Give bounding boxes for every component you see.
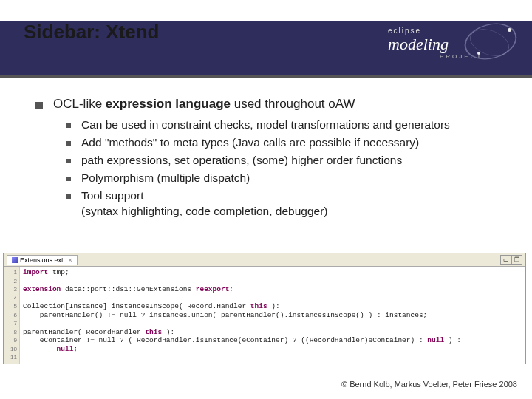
bullet-icon (66, 159, 71, 163)
main-bullet-text: OCL-like expression language used throug… (53, 97, 355, 112)
logo-sub-text: PROJECT (440, 53, 482, 60)
editor-window-controls: ▭ ❐ (500, 255, 522, 265)
slide-header: Sidebar: Xtend eclipse modeling PROJECT (0, 0, 532, 78)
maximize-button[interactable]: ❐ (511, 255, 522, 265)
minimize-button[interactable]: ▭ (500, 255, 511, 265)
slide-footer: © Bernd Kolb, Markus Voelter, Peter Frie… (341, 380, 517, 389)
editor-tab[interactable]: Extensions.ext × (7, 255, 78, 265)
list-item: Tool support (syntax highlighting, code … (66, 188, 502, 219)
bullet-icon (66, 123, 71, 128)
main-bullet: OCL-like expression language used throug… (35, 97, 502, 112)
line-gutter: 123 456 789 1011 (4, 267, 20, 364)
list-item: Polymorphism (multiple dispatch) (66, 171, 502, 186)
tab-label: Extensions.ext (20, 256, 64, 264)
code-area[interactable]: import tmp; extension data::port::ds1::G… (20, 267, 525, 364)
editor-body: 123 456 789 1011 import tmp; extension d… (4, 267, 525, 364)
logo-main-text: modeling (388, 35, 449, 54)
list-item: Add "methods" to meta types (Java calls … (66, 135, 502, 151)
file-icon (12, 257, 18, 263)
close-icon[interactable]: × (69, 256, 72, 264)
sub-bullet-list: Can be used in constraint checks, model … (66, 117, 502, 219)
ide-screenshot: Extensions.ext × ▭ ❐ 123 456 789 1011 im… (3, 253, 526, 364)
list-item: Can be used in constraint checks, model … (66, 117, 502, 133)
bullet-icon (35, 102, 43, 109)
slide-body: OCL-like expression language used throug… (0, 78, 532, 219)
bullet-icon (66, 177, 71, 181)
eclipse-logo: eclipse modeling PROJECT (388, 15, 517, 66)
editor-tab-bar: Extensions.ext × ▭ ❐ (4, 253, 525, 267)
list-item: path expressions, set operations, (some)… (66, 153, 502, 168)
bullet-icon (66, 194, 71, 199)
bullet-icon (66, 141, 71, 146)
logo-top-text: eclipse (388, 27, 421, 35)
slide-title: Sidebar: Xtend (24, 21, 159, 44)
